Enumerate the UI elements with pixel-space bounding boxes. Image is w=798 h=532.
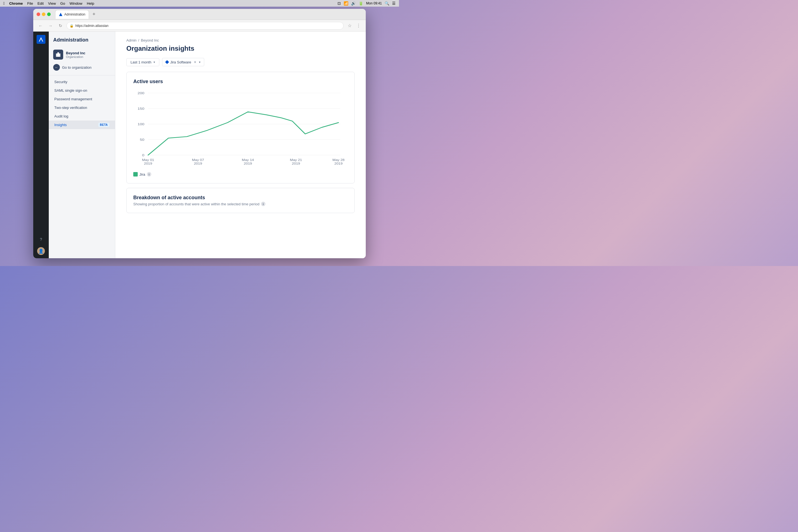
menubar:  Chrome File Edit View Go Window Help ⊡… [0,0,399,7]
tab-title: Administration [64,13,86,16]
svg-text:2019: 2019 [194,162,202,165]
product-filter-chevron-icon: ▾ [199,60,201,64]
browser-toolbar: ← → ↻ 🔒 https://admin.atlassian ☆ ⋮ [33,20,366,32]
menubar-right: ⊡ 📶 🔊 🔋 Mon 09:41 🔍 ☰ [338,0,396,7]
wifi-icon: 📶 [344,1,348,5]
atlassian-logo[interactable] [37,35,45,44]
sidebar-item-insights[interactable]: Insights BETA [49,120,115,129]
breakdown-info-icon[interactable]: ℹ [261,202,265,206]
svg-text:May 21: May 21 [290,158,302,162]
chart-svg: 200 150 100 50 0 [133,90,348,168]
beta-badge: BETA [98,123,110,127]
menubar-help[interactable]: Help [87,1,94,5]
help-icon[interactable]: ? [37,235,45,244]
product-filter-dropdown[interactable]: Jira Software × ▾ [162,58,204,66]
menubar-edit[interactable]: Edit [37,1,43,5]
lock-icon: 🔒 [70,24,74,28]
svg-text:2019: 2019 [292,162,300,165]
traffic-lights [37,13,51,16]
volume-icon: 🔊 [351,1,356,5]
apple-menu[interactable]:  [3,1,5,5]
atlassian-sidebar: ? 👤 [33,32,49,258]
product-filter-close-icon[interactable]: × [194,60,196,64]
close-button[interactable] [37,13,40,16]
battery-icon: 🔋 [359,1,363,5]
svg-text:200: 200 [138,91,144,95]
svg-text:2019: 2019 [244,162,252,165]
svg-text:May 01: May 01 [142,158,154,162]
time-filter-label: Last 1 month [131,60,151,64]
control-center-icon[interactable]: ☰ [392,1,396,5]
svg-text:May 28: May 28 [332,158,345,162]
svg-text:2019: 2019 [144,162,152,165]
app-layout: ? 👤 Administration Beyond Inc Organizat [33,32,366,258]
svg-text:2019: 2019 [335,162,343,165]
page-title: Organization insights [126,44,355,52]
legend-info-icon[interactable]: ℹ [147,172,151,176]
org-name: Beyond Inc [66,51,86,55]
menubar-go[interactable]: Go [60,1,65,5]
menubar-left:  Chrome File Edit View Go Window Help [3,1,94,5]
sidebar-item-audit[interactable]: Audit log [49,112,115,120]
filters-row: Last 1 month ▾ Jira Software × ▾ [126,58,355,66]
org-type: Organization [66,55,86,58]
menubar-view[interactable]: View [48,1,56,5]
svg-text:May 07: May 07 [192,158,204,162]
time-filter-dropdown[interactable]: Last 1 month ▾ [126,58,159,66]
product-filter-label: Jira Software [170,60,191,64]
org-item[interactable]: Beyond Inc Organization [49,48,115,62]
breakdown-title: Breakdown of active accounts [133,195,348,201]
refresh-button[interactable]: ↻ [57,22,64,30]
svg-text:May 14: May 14 [242,158,254,162]
sidebar-item-twostep[interactable]: Two-step verification [49,103,115,112]
svg-marker-0 [59,13,62,16]
toolbar-actions: ☆ ⋮ [346,22,362,30]
user-avatar[interactable]: 👤 [37,247,45,255]
svg-text:50: 50 [140,138,144,141]
forward-button[interactable]: → [46,22,54,30]
legend-label-jira: Jira [139,172,145,176]
airplay-icon: ⊡ [338,1,341,5]
maximize-button[interactable] [47,13,51,16]
breadcrumb-separator: / [138,38,139,42]
breadcrumb-current: Beyond Inc [141,38,159,42]
sidebar-item-password[interactable]: Password management [49,95,115,103]
go-to-org-button[interactable]: ← Go to organization [49,62,115,75]
org-icon [53,50,63,60]
menu-button[interactable]: ⋮ [355,22,362,30]
go-to-org-label: Go to organization [62,65,92,70]
breadcrumb-admin[interactable]: Admin [126,38,137,42]
chart-title: Active users [133,79,348,84]
insights-label: Insights [54,123,67,127]
sidebar-item-saml[interactable]: SAML single sign-on [49,86,115,95]
active-tab[interactable]: Administration [55,10,89,19]
sidebar-item-security[interactable]: Security [49,78,115,86]
org-info: Beyond Inc Organization [66,51,86,58]
url-text: https://admin.atlassian [75,24,108,28]
tab-favicon [59,13,63,16]
menubar-file[interactable]: File [27,1,33,5]
address-bar[interactable]: 🔒 https://admin.atlassian [66,22,344,30]
back-button[interactable]: ← [37,22,44,30]
active-users-card: Active users 200 150 100 50 [126,72,355,184]
chart-area: 200 150 100 50 0 [133,90,348,168]
legend-color-jira [133,172,138,176]
menubar-time: Mon 09:41 [366,1,382,5]
svg-text:0: 0 [142,153,144,157]
time-filter-chevron-icon: ▾ [153,60,155,64]
breakdown-subtitle: Showing proportion of accounts that were… [133,202,348,206]
browser-titlebar: Administration + [33,9,366,20]
minimize-button[interactable] [42,13,45,16]
svg-text:100: 100 [138,122,144,126]
admin-sidebar: Administration Beyond Inc Organization ←… [49,32,115,258]
bookmark-button[interactable]: ☆ [346,22,354,30]
main-content: Admin / Beyond Inc Organization insights… [115,32,366,258]
browser-window: Administration + ← → ↻ 🔒 https://admin.a… [33,9,366,258]
search-icon[interactable]: 🔍 [385,1,389,5]
breakdown-card: Breakdown of active accounts Showing pro… [126,188,355,213]
menubar-window[interactable]: Window [70,1,82,5]
breadcrumb: Admin / Beyond Inc [126,38,355,42]
new-tab-button[interactable]: + [90,11,98,18]
menubar-chrome[interactable]: Chrome [9,1,23,5]
sidebar-title: Administration [49,37,115,48]
